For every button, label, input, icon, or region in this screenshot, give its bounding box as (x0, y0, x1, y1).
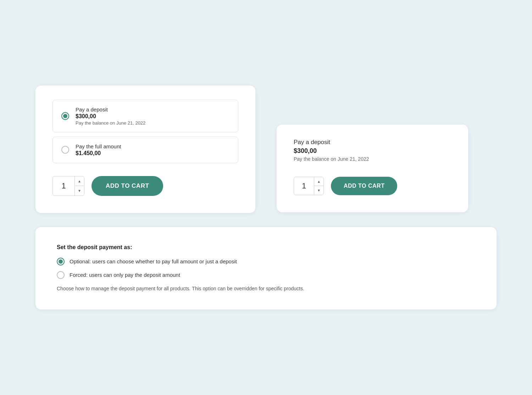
option-full-price: $1.450,00 (76, 150, 121, 157)
right-quantity-stepper[interactable]: 1 ▲ ▼ (294, 177, 324, 195)
payment-option-full[interactable]: Pay the full amount $1.450,00 (52, 137, 238, 163)
right-stepper-down[interactable]: ▼ (314, 186, 323, 195)
bottom-card-title: Set the deposit payment as: (57, 244, 475, 251)
right-deposit-note: Pay the balance on June 21, 2022 (294, 156, 451, 162)
payment-option-deposit[interactable]: Pay a deposit $300,00 Pay the balance on… (52, 100, 238, 132)
right-cart-row: 1 ▲ ▼ ADD TO CART (294, 177, 451, 195)
bottom-option-forced[interactable]: Forced: users can only pay the deposit a… (57, 271, 475, 279)
left-quantity-value: 1 (53, 181, 74, 191)
top-section: Pay a deposit $300,00 Pay the balance on… (35, 86, 497, 213)
right-stepper-up[interactable]: ▲ (314, 177, 323, 186)
left-stepper-down[interactable]: ▼ (75, 186, 84, 196)
right-add-to-cart-button[interactable]: ADD TO CART (331, 177, 397, 195)
bottom-option-optional[interactable]: Optional: users can choose whether to pa… (57, 258, 475, 265)
left-stepper-arrows: ▲ ▼ (74, 176, 84, 196)
radio-deposit (61, 112, 69, 120)
bottom-settings-card: Set the deposit payment as: Optional: us… (35, 227, 497, 309)
bottom-option-forced-label: Forced: users can only pay the deposit a… (70, 272, 180, 278)
left-payment-card: Pay a deposit $300,00 Pay the balance on… (35, 86, 255, 213)
left-cart-row: 1 ▲ ▼ ADD TO CART (52, 176, 238, 196)
bottom-description: Choose how to manage the deposit payment… (57, 285, 376, 292)
radio-forced (57, 271, 65, 279)
right-deposit-title: Pay a deposit (294, 139, 451, 146)
right-payment-card: Pay a deposit $300,00 Pay the balance on… (277, 125, 468, 212)
bottom-option-optional-label: Optional: users can choose whether to pa… (70, 258, 237, 264)
option-deposit-text: Pay a deposit $300,00 Pay the balance on… (76, 106, 145, 126)
radio-full (61, 146, 69, 154)
left-quantity-stepper[interactable]: 1 ▲ ▼ (52, 176, 84, 196)
option-deposit-note: Pay the balance on June 21, 2022 (76, 120, 145, 126)
right-stepper-arrows: ▲ ▼ (314, 177, 323, 195)
option-full-text: Pay the full amount $1.450,00 (76, 143, 121, 157)
radio-optional (57, 258, 65, 265)
option-deposit-price: $300,00 (76, 113, 145, 120)
right-deposit-price: $300,00 (294, 147, 451, 155)
left-stepper-up[interactable]: ▲ (75, 176, 84, 186)
option-full-label: Pay the full amount (76, 143, 121, 149)
right-quantity-value: 1 (294, 181, 314, 191)
left-add-to-cart-button[interactable]: ADD TO CART (92, 176, 163, 196)
option-deposit-label: Pay a deposit (76, 106, 145, 113)
